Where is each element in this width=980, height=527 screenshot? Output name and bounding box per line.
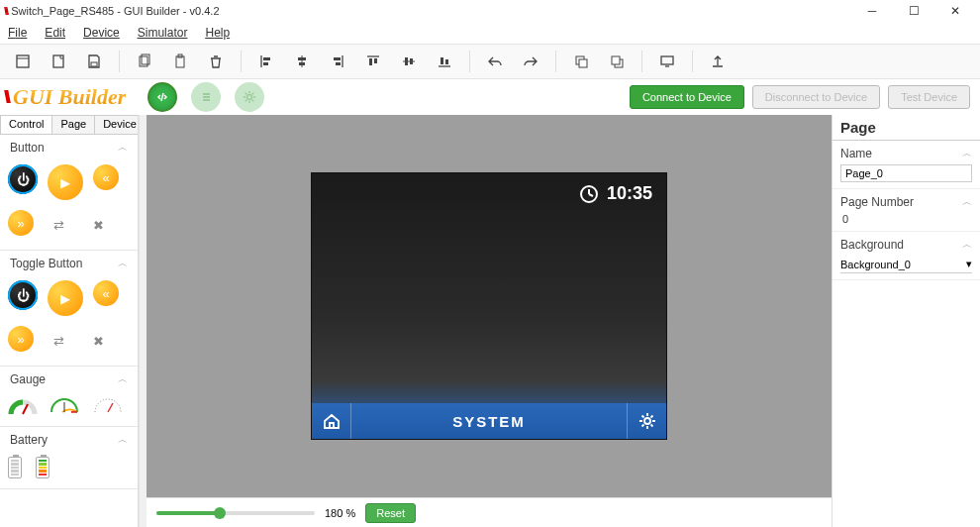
undo-button[interactable]	[482, 49, 508, 74]
upload-button[interactable]	[705, 49, 731, 74]
minimize-button[interactable]: ─	[851, 0, 893, 22]
gauge-type1-icon[interactable]	[8, 396, 38, 416]
chevron-down-icon: ▾	[966, 258, 972, 270]
svg-rect-15	[334, 57, 341, 60]
zoom-bar: 180 % Reset	[147, 497, 832, 527]
svg-rect-6	[176, 56, 184, 67]
brand-row: \\\ GUI Builder Connect to Device Discon…	[0, 79, 980, 115]
svg-rect-2	[53, 55, 63, 67]
paste-button[interactable]	[167, 49, 193, 74]
chevron-up-icon: ︿	[118, 433, 128, 447]
tab-device[interactable]: Device	[94, 115, 139, 134]
title-bar: \\\ Switch_Page_RS485 - GUI Builder - v0…	[0, 0, 980, 22]
zoom-reset-button[interactable]: Reset	[365, 503, 416, 523]
control-play-button[interactable]: ▶	[48, 164, 83, 200]
mode-link-button[interactable]	[147, 82, 177, 112]
control-power-button[interactable]: ⏻	[8, 164, 38, 194]
align-top-button[interactable]	[360, 49, 386, 74]
gauge-type3-icon[interactable]	[91, 398, 125, 414]
left-tabs: Control Page Device	[0, 115, 138, 135]
menu-device[interactable]: Device	[83, 26, 120, 40]
section-gauge-header[interactable]: Gauge ︿	[0, 367, 138, 392]
toggle-play-button[interactable]: ▶	[48, 280, 83, 316]
left-panel: Control Page Device Button ︿ ⏻ ▶ « » ⇄ ✖…	[0, 115, 139, 527]
prop-name-input[interactable]	[840, 164, 972, 182]
section-button-header[interactable]: Button ︿	[0, 135, 138, 160]
menu-file[interactable]: File	[8, 26, 27, 40]
send-back-button[interactable]	[604, 49, 630, 74]
toggle-rewind-button[interactable]: «	[93, 280, 119, 306]
test-device-button[interactable]: Test Device	[888, 85, 970, 109]
window-title: Switch_Page_RS485 - GUI Builder - v0.4.2	[11, 5, 219, 17]
tab-page[interactable]: Page	[51, 115, 95, 134]
svg-rect-0	[17, 55, 29, 67]
align-bottom-button[interactable]	[432, 49, 457, 74]
tab-control[interactable]: Control	[0, 115, 52, 134]
disconnect-device-button[interactable]: Disconnect to Device	[752, 85, 880, 109]
svg-line-38	[108, 403, 113, 412]
screen-time: 10:35	[607, 183, 652, 204]
display-button[interactable]	[654, 49, 680, 74]
toggle-power-button[interactable]: ⏻	[8, 280, 38, 310]
connect-device-button[interactable]: Connect to Device	[630, 85, 744, 109]
brand-name: GUI Builder	[13, 84, 126, 110]
main-area: Control Page Device Button ︿ ⏻ ▶ « » ⇄ ✖…	[0, 115, 980, 527]
canvas-viewport[interactable]: 10:35 SYSTEM	[147, 115, 832, 497]
copy-button[interactable]	[132, 49, 157, 74]
toggle-forward-button[interactable]: »	[8, 326, 34, 352]
zoom-slider[interactable]	[156, 511, 315, 515]
new-button[interactable]	[10, 49, 36, 74]
section-battery: Battery ︿	[0, 427, 138, 489]
svg-rect-18	[369, 58, 372, 65]
align-center-v-button[interactable]	[396, 49, 422, 74]
close-button[interactable]: ✕	[934, 0, 976, 22]
prop-pagenum-value: 0	[840, 213, 972, 225]
maximize-button[interactable]: ☐	[893, 0, 934, 22]
canvas-area: 10:35 SYSTEM 180 % Reset	[147, 115, 832, 527]
svg-rect-22	[410, 58, 413, 64]
prop-pagenum-label: Page Number	[840, 195, 914, 209]
svg-line-36	[23, 404, 28, 414]
mode-list-button[interactable]	[191, 82, 221, 112]
delete-button[interactable]	[203, 49, 229, 74]
open-button[interactable]	[46, 49, 71, 74]
toggle-shuffle-icon[interactable]: ✖	[83, 326, 113, 356]
save-button[interactable]	[81, 49, 107, 74]
svg-rect-19	[374, 58, 377, 63]
mode-settings-button[interactable]	[235, 82, 264, 112]
svg-point-35	[247, 95, 252, 100]
prop-name-label: Name	[840, 147, 872, 160]
home-icon[interactable]	[312, 403, 351, 439]
svg-rect-27	[579, 59, 587, 67]
left-scrollbar[interactable]	[139, 115, 147, 527]
menu-simulator[interactable]: Simulator	[138, 26, 188, 40]
control-loop-icon[interactable]: ⇄	[44, 210, 73, 240]
chevron-up-icon: ︿	[962, 195, 972, 209]
menu-help[interactable]: Help	[205, 26, 230, 40]
bring-front-button[interactable]	[568, 49, 594, 74]
svg-rect-16	[336, 62, 341, 65]
battery-type1-icon[interactable]	[8, 457, 22, 478]
svg-rect-24	[441, 57, 443, 64]
brand-logo-icon: \\\	[4, 87, 7, 108]
section-toggle-header[interactable]: Toggle Button ︿	[0, 251, 138, 276]
section-battery-header[interactable]: Battery ︿	[0, 427, 138, 453]
gauge-type2-icon[interactable]	[48, 398, 81, 414]
prop-bg-select[interactable]: Background_0 ▾	[840, 256, 972, 273]
section-gauge: Gauge ︿	[0, 367, 138, 427]
gear-icon[interactable]	[627, 403, 666, 439]
control-shuffle-icon[interactable]: ✖	[83, 210, 113, 240]
device-screen[interactable]: 10:35 SYSTEM	[311, 172, 667, 440]
prop-bg-value: Background_0	[840, 259, 966, 270]
align-right-button[interactable]	[325, 49, 350, 74]
control-rewind-button[interactable]: «	[93, 164, 119, 190]
section-button: Button ︿ ⏻ ▶ « » ⇄ ✖	[0, 135, 138, 251]
app-logo-icon: \\\	[4, 5, 7, 17]
align-center-h-button[interactable]	[289, 49, 315, 74]
menu-edit[interactable]: Edit	[45, 26, 65, 40]
control-forward-button[interactable]: »	[8, 210, 34, 236]
align-left-button[interactable]	[253, 49, 279, 74]
battery-type2-icon[interactable]	[36, 457, 49, 478]
toggle-loop-icon[interactable]: ⇄	[44, 326, 73, 356]
redo-button[interactable]	[518, 49, 543, 74]
